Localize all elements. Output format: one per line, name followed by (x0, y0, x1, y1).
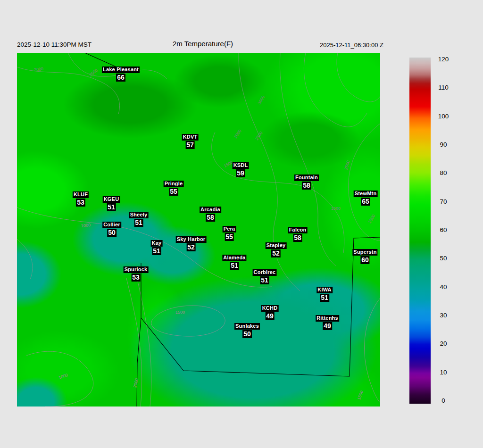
station-name-label: StewMtn (354, 191, 378, 197)
station-arcadia: Arcadia58 (200, 205, 221, 222)
station-sunlakes: Sunlakes50 (234, 322, 260, 338)
station-stapley: Stapley52 (266, 241, 287, 257)
contour-lines-layer (17, 53, 380, 407)
station-temperature-value: 53 (76, 199, 85, 207)
station-name-label: Pringle (164, 181, 184, 187)
valid-time-utc: 2025-12-11_06:30:00 Z (320, 41, 383, 49)
station-name-label: KSDL (233, 162, 249, 169)
colorbar-tick-100: 100 (432, 113, 455, 120)
station-temperature-value: 55 (169, 188, 178, 196)
station-alameda: Alameda51 (222, 253, 246, 270)
station-collier: Collier50 (102, 220, 121, 237)
station-temperature-value: 55 (225, 233, 234, 241)
station-temperature-value: 53 (131, 274, 141, 282)
station-temperature-value: 51 (134, 219, 143, 227)
station-name-label: Pera (223, 226, 236, 232)
station-kchd: KCHD49 (261, 304, 279, 320)
plot-title: 2m Temperature(F) (173, 40, 233, 48)
colorbar-tick-10: 10 (432, 369, 455, 376)
station-temperature-value: 59 (236, 169, 245, 177)
weather-plot-page: { "header": { "left_timestamp": "2025-12… (0, 0, 483, 448)
station-kluf: KLUF53 (73, 190, 89, 207)
station-name-label: KGEU (103, 196, 120, 203)
station-temperature-value: 49 (323, 322, 332, 330)
station-name-label: Arcadia (200, 207, 221, 213)
station-name-label: KLUF (73, 191, 89, 198)
station-temperature-value: 50 (107, 229, 117, 237)
station-temperature-value: 51 (230, 262, 239, 270)
station-temperature-value: 57 (185, 141, 195, 149)
station-temperature-value: 52 (271, 249, 281, 257)
station-temperature-value: 66 (116, 74, 125, 82)
station-corbirec: CorbIrec51 (253, 268, 277, 284)
colorbar-tick-0: 0 (432, 397, 455, 404)
colorbar-tick-110: 110 (432, 84, 455, 91)
station-temperature-value: 50 (242, 330, 252, 338)
station-name-label: CorbIrec (253, 269, 277, 276)
station-kay: Kay51 (151, 239, 163, 255)
colorbar-tick-60: 60 (432, 226, 455, 233)
station-name-label: Sky Harbor (176, 236, 207, 243)
colorbar-tick-90: 90 (432, 141, 455, 148)
station-stewmtn: StewMtn65 (354, 189, 378, 206)
station-kdvt: KDVT57 (182, 133, 199, 149)
station-spurlock: Spurlock53 (124, 265, 149, 282)
station-temperature-value: 51 (152, 247, 161, 255)
colorbar-tick-120: 120 (432, 56, 455, 63)
station-name-label: KIWA (316, 287, 333, 293)
station-name-label: Superstn (352, 249, 377, 256)
station-pringle: Pringle55 (164, 179, 184, 196)
station-name-label: Falcon (288, 227, 308, 233)
colorbar-tick-70: 70 (432, 198, 455, 205)
colorbar (409, 58, 431, 404)
station-name-label: Spurlock (124, 266, 149, 273)
colorbar-tick-30: 30 (432, 312, 455, 319)
station-name-label: Kay (151, 240, 163, 247)
station-sky-harbor: Sky Harbor52 (176, 235, 207, 251)
station-name-label: Sheely (129, 212, 149, 218)
station-temperature-value: 58 (302, 182, 311, 190)
station-superstn: Superstn60 (352, 248, 377, 264)
station-temperature-value: 51 (107, 203, 116, 211)
temperature-map: 2500200030002000250025001500250015001000… (17, 53, 380, 407)
station-name-label: KCHD (261, 305, 279, 312)
station-name-label: Sunlakes (234, 323, 260, 330)
station-lake-pleasant: Lake Pleasant66 (102, 65, 140, 82)
station-ksdl: KSDL59 (233, 161, 249, 177)
station-temperature-value: 60 (360, 256, 370, 264)
station-kgeu: KGEU51 (103, 195, 120, 211)
colorbar-tick-40: 40 (432, 283, 455, 290)
station-temperature-value: 49 (265, 312, 275, 320)
station-temperature-value: 65 (361, 198, 370, 206)
station-name-label: Fountain (294, 174, 319, 181)
valid-time-local: 2025-12-10 11:30PM MST (17, 41, 92, 48)
station-temperature-value: 51 (260, 276, 269, 284)
station-kiwa: KIWA51 (316, 285, 333, 302)
station-temperature-value: 58 (293, 234, 302, 242)
colorbar-tick-20: 20 (432, 340, 455, 347)
station-name-label: Stapley (266, 242, 287, 249)
station-pera: Pera55 (223, 224, 236, 241)
station-temperature-value: 58 (206, 214, 215, 222)
station-falcon: Falcon58 (288, 225, 308, 242)
station-temperature-value: 51 (320, 294, 329, 302)
colorbar-tick-50: 50 (432, 255, 455, 262)
colorbar-tick-80: 80 (432, 169, 455, 176)
station-name-label: Alameda (222, 255, 246, 261)
station-name-label: KDVT (182, 134, 199, 141)
station-name-label: Lake Pleasant (102, 66, 140, 73)
station-sheely: Sheely51 (129, 210, 149, 227)
station-temperature-value: 52 (186, 243, 196, 251)
station-name-label: Rittenhs (316, 315, 339, 322)
station-name-label: Collier (102, 222, 121, 228)
station-fountain: Fountain58 (294, 173, 319, 190)
station-rittenhs: Rittenhs49 (316, 314, 339, 330)
